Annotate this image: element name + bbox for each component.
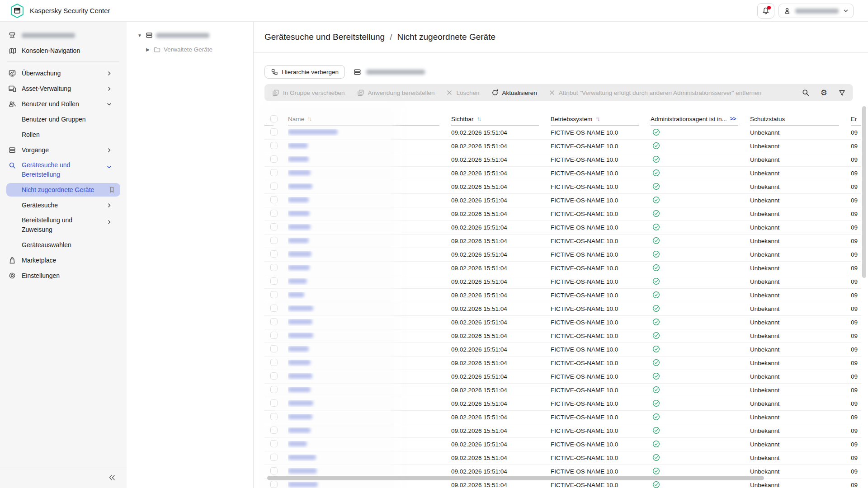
filter-icon[interactable]: [838, 89, 846, 97]
sidebar-item-geraetesuche[interactable]: Gerätesuche: [0, 197, 127, 213]
column-header-schutzstatus[interactable]: Schutzstatus: [750, 112, 851, 126]
sidebar-item-konsolen-navigation[interactable]: Konsolen-Navigation: [0, 43, 127, 58]
sidebar-item-benutzer-und-gruppen[interactable]: Benutzer und Gruppen: [0, 112, 127, 127]
row-checkbox[interactable]: [270, 399, 278, 407]
column-header-name[interactable]: Name ↑↓: [288, 112, 451, 126]
column-header-betriebssystem[interactable]: Betriebssystem ↑↓: [551, 112, 651, 126]
row-checkbox[interactable]: [270, 386, 278, 393]
row-checkbox[interactable]: [270, 440, 278, 447]
tree-node-verwaltete-geraete[interactable]: ▶ Verwaltete Geräte: [145, 46, 212, 53]
row-checkbox[interactable]: [270, 250, 278, 258]
sidebar-item-rollen[interactable]: Rollen: [0, 127, 127, 142]
device-name-link-redacted[interactable]: [288, 455, 316, 460]
device-name-link-redacted[interactable]: [288, 129, 338, 135]
device-name-link-redacted[interactable]: [288, 265, 310, 270]
row-checkbox[interactable]: [270, 155, 278, 163]
row-checkbox[interactable]: [270, 264, 278, 271]
deploy-app-button[interactable]: Anwendung bereitstellen: [357, 89, 435, 97]
row-checkbox[interactable]: [270, 291, 278, 298]
device-name-link-redacted[interactable]: [288, 387, 311, 392]
user-menu-button[interactable]: [778, 4, 854, 18]
delete-button[interactable]: Löschen: [446, 89, 479, 96]
refresh-button[interactable]: Aktualisieren: [491, 89, 537, 96]
caret-right-icon[interactable]: ▶: [145, 47, 151, 52]
device-name-link-redacted[interactable]: [288, 441, 307, 446]
device-name-link-redacted[interactable]: [288, 319, 312, 324]
sort-arrows-icon[interactable]: ↑↓: [477, 116, 481, 122]
row-checkbox[interactable]: [270, 223, 278, 230]
column-header-administrationsagent[interactable]: Administrationsagent ist in... >>: [651, 112, 750, 126]
device-name-link-redacted[interactable]: [288, 414, 312, 419]
collapse-sidebar-button[interactable]: [108, 474, 117, 482]
sort-arrows-icon[interactable]: ↑↓: [595, 116, 599, 122]
row-checkbox[interactable]: [270, 481, 278, 488]
move-to-group-button[interactable]: In Gruppe verschieben: [272, 89, 345, 97]
row-checkbox[interactable]: [270, 359, 278, 366]
select-all-checkbox[interactable]: [270, 115, 278, 122]
sort-arrows-icon[interactable]: ↑↓: [307, 116, 311, 122]
device-name-link-redacted[interactable]: [288, 251, 311, 257]
notifications-button[interactable]: [757, 3, 774, 19]
sidebar-item-marketplace[interactable]: Marketplace: [0, 253, 127, 268]
row-checkbox[interactable]: [270, 169, 278, 176]
device-name-link-redacted[interactable]: [288, 156, 309, 162]
row-checkbox[interactable]: [270, 454, 278, 461]
tree-node-root[interactable]: ▼: [137, 31, 209, 39]
device-name-link-redacted[interactable]: [288, 292, 304, 297]
row-checkbox[interactable]: [270, 332, 278, 339]
device-name-link-redacted[interactable]: [288, 224, 311, 230]
expand-column-link[interactable]: >>: [730, 116, 736, 122]
row-checkbox[interactable]: [270, 210, 278, 217]
device-name-link-redacted[interactable]: [288, 278, 307, 284]
device-name-link-redacted[interactable]: [288, 333, 313, 338]
row-checkbox[interactable]: [270, 318, 278, 325]
remove-attribute-button[interactable]: Attribut "Verwaltung erfolgt durch ander…: [549, 89, 762, 96]
device-name-link-redacted[interactable]: [288, 346, 309, 352]
device-name-link-redacted[interactable]: [288, 482, 318, 487]
sidebar-item-bereitstellung-und-zuweisung[interactable]: Bereitstellung und Zuweisung: [0, 213, 127, 237]
sidebar-item-asset-verwaltung[interactable]: Asset-Verwaltung: [0, 81, 127, 96]
row-checkbox[interactable]: [270, 345, 278, 352]
row-checkbox[interactable]: [270, 196, 278, 203]
device-name-link-redacted[interactable]: [288, 373, 312, 379]
row-checkbox[interactable]: [270, 305, 278, 312]
device-name-link-redacted[interactable]: [288, 143, 308, 148]
row-checkbox[interactable]: [270, 237, 278, 244]
column-settings-gear-icon[interactable]: ⚙: [821, 89, 827, 97]
sidebar-item-einstellungen[interactable]: Einstellungen: [0, 268, 127, 283]
row-checkbox[interactable]: [270, 277, 278, 285]
device-name-link-redacted[interactable]: [288, 305, 313, 311]
sidebar-item-admin-server[interactable]: [0, 28, 127, 43]
sidebar-item-vorgaenge[interactable]: Vorgänge: [0, 142, 127, 158]
device-name-link-redacted[interactable]: [288, 197, 309, 202]
sidebar-item-geraetesuche-und-bereitstellung[interactable]: Gerätesuche und Bereitstellung: [0, 158, 127, 182]
sidebar-item-benutzer-und-rollen[interactable]: Benutzer und Rollen: [0, 96, 127, 112]
column-header-sichtbar[interactable]: Sichtbar ↑↓: [451, 112, 551, 126]
horizontal-scrollbar[interactable]: [267, 476, 764, 480]
device-name-link-redacted[interactable]: [288, 238, 309, 243]
row-checkbox[interactable]: [270, 372, 278, 380]
sidebar-item-ueberwachung[interactable]: Überwachung: [0, 66, 127, 81]
caret-down-icon[interactable]: ▼: [137, 33, 142, 38]
row-checkbox[interactable]: [270, 413, 278, 420]
device-name-link-redacted[interactable]: [288, 427, 311, 433]
device-name-link-redacted[interactable]: [288, 183, 312, 189]
device-name-link-redacted[interactable]: [288, 170, 311, 175]
row-checkbox[interactable]: [270, 142, 278, 149]
row-checkbox[interactable]: [270, 427, 278, 434]
hide-hierarchy-button[interactable]: Hierarchie verbergen: [264, 65, 345, 79]
row-checkbox[interactable]: [270, 128, 278, 136]
sidebar-item-geraeteauswahlen[interactable]: Geräteauswahlen: [0, 237, 127, 253]
column-header-erstellt-clipped[interactable]: Er: [851, 112, 861, 126]
bookmark-icon[interactable]: [108, 186, 115, 193]
row-checkbox[interactable]: [270, 183, 278, 190]
device-name-link-redacted[interactable]: [288, 468, 317, 474]
sidebar-item-nicht-zugeordnete-geraete[interactable]: Nicht zugeordnete Geräte: [6, 183, 120, 197]
device-name-link-redacted[interactable]: [288, 211, 310, 216]
search-icon[interactable]: [802, 89, 810, 97]
breadcrumb-parent[interactable]: Gerätesuche und Bereitstellung: [264, 32, 385, 42]
device-name-link-redacted[interactable]: [288, 400, 313, 406]
row-checkbox[interactable]: [270, 467, 278, 474]
device-name-link-redacted[interactable]: [288, 360, 311, 365]
vertical-scrollbar[interactable]: [862, 106, 866, 278]
